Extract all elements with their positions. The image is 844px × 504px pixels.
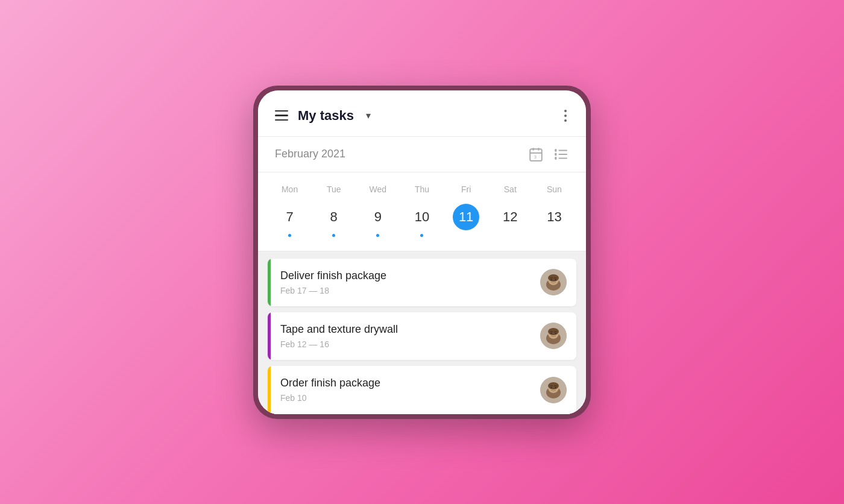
day-header-thu: Thu bbox=[400, 184, 444, 194]
day-cell-7[interactable]: 7 bbox=[268, 201, 312, 241]
task-content-1: Deliver finish package Feb 17 — 18 bbox=[271, 259, 540, 306]
day-dots-7 bbox=[288, 234, 291, 239]
svg-point-34 bbox=[550, 386, 552, 388]
svg-rect-37 bbox=[554, 385, 557, 386]
day-cell-13[interactable]: 13 bbox=[532, 201, 576, 241]
app-header: My tasks ▾ bbox=[258, 90, 586, 137]
weekly-calendar: Mon Tue Wed Thu Fri Sat Sun 7 8 bbox=[258, 172, 586, 251]
svg-rect-20 bbox=[550, 277, 553, 279]
svg-point-35 bbox=[555, 386, 556, 388]
task-date-1: Feb 17 — 18 bbox=[280, 286, 531, 295]
day-header-fri: Fri bbox=[444, 184, 488, 194]
day-header-wed: Wed bbox=[356, 184, 400, 194]
header-left: My tasks ▾ bbox=[275, 108, 371, 124]
task-name-2: Tape and texture drywall bbox=[280, 323, 531, 336]
task-avatar-1 bbox=[540, 269, 567, 295]
svg-rect-12 bbox=[555, 153, 556, 155]
task-avatar-2 bbox=[540, 323, 567, 349]
svg-text:3: 3 bbox=[534, 154, 537, 159]
day-numbers: 7 8 9 10 bbox=[268, 201, 576, 241]
task-item-2[interactable]: Tape and texture drywall Feb 12 — 16 bbox=[268, 312, 576, 360]
day-dots-9 bbox=[376, 234, 379, 239]
task-item-1[interactable]: Deliver finish package Feb 17 — 18 bbox=[268, 259, 576, 306]
phone-screen: My tasks ▾ February 2021 3 bbox=[258, 90, 586, 414]
task-name-1: Deliver finish package bbox=[280, 269, 531, 282]
page-title: My tasks bbox=[298, 108, 354, 124]
svg-rect-29 bbox=[554, 331, 557, 332]
more-options-button[interactable] bbox=[562, 107, 569, 124]
svg-rect-13 bbox=[555, 157, 556, 159]
month-header: February 2021 3 bbox=[258, 137, 586, 172]
svg-point-27 bbox=[555, 333, 556, 334]
svg-rect-36 bbox=[550, 385, 553, 386]
svg-point-33 bbox=[548, 382, 559, 389]
task-avatar-3 bbox=[540, 377, 567, 403]
day-dots-11 bbox=[465, 234, 468, 239]
day-headers: Mon Tue Wed Thu Fri Sat Sun bbox=[268, 184, 576, 194]
day-cell-9[interactable]: 9 bbox=[356, 201, 400, 241]
svg-point-19 bbox=[555, 279, 556, 280]
day-header-mon: Mon bbox=[268, 184, 312, 194]
day-num-10: 10 bbox=[409, 204, 435, 230]
svg-point-26 bbox=[550, 333, 552, 334]
task-date-2: Feb 12 — 16 bbox=[280, 339, 531, 349]
hamburger-menu-button[interactable] bbox=[275, 110, 288, 121]
task-item-3[interactable]: Order finish package Feb 10 bbox=[268, 366, 576, 414]
svg-point-18 bbox=[550, 279, 552, 280]
day-cell-12[interactable]: 12 bbox=[488, 201, 532, 241]
day-header-sat: Sat bbox=[488, 184, 532, 194]
day-dots-8 bbox=[332, 234, 335, 239]
chevron-down-icon[interactable]: ▾ bbox=[366, 110, 371, 121]
phone-frame: My tasks ▾ February 2021 3 bbox=[253, 86, 591, 419]
task-name-3: Order finish package bbox=[280, 377, 531, 389]
svg-rect-28 bbox=[550, 331, 553, 332]
day-cell-10[interactable]: 10 bbox=[400, 201, 444, 241]
day-num-12: 12 bbox=[497, 204, 523, 230]
day-num-9: 9 bbox=[365, 204, 391, 230]
day-dots-10 bbox=[420, 234, 423, 239]
day-num-13: 13 bbox=[541, 204, 567, 230]
view-toggle: 3 bbox=[528, 146, 569, 162]
svg-rect-11 bbox=[555, 149, 556, 151]
svg-rect-21 bbox=[554, 277, 557, 279]
task-date-3: Feb 10 bbox=[280, 393, 531, 403]
month-label: February 2021 bbox=[275, 148, 345, 160]
svg-point-25 bbox=[548, 328, 559, 335]
task-content-3: Order finish package Feb 10 bbox=[271, 366, 540, 414]
day-num-11: 11 bbox=[453, 204, 479, 230]
calendar-view-button[interactable]: 3 bbox=[528, 146, 544, 162]
task-list: Deliver finish package Feb 17 — 18 bbox=[258, 251, 586, 414]
day-cell-8[interactable]: 8 bbox=[312, 201, 356, 241]
task-content-2: Tape and texture drywall Feb 12 — 16 bbox=[271, 312, 540, 360]
day-header-tue: Tue bbox=[312, 184, 356, 194]
svg-point-17 bbox=[548, 274, 559, 282]
day-num-8: 8 bbox=[321, 204, 347, 230]
day-cell-11[interactable]: 11 bbox=[444, 201, 488, 241]
day-header-sun: Sun bbox=[532, 184, 576, 194]
day-num-7: 7 bbox=[277, 204, 303, 230]
list-view-button[interactable] bbox=[553, 146, 569, 162]
